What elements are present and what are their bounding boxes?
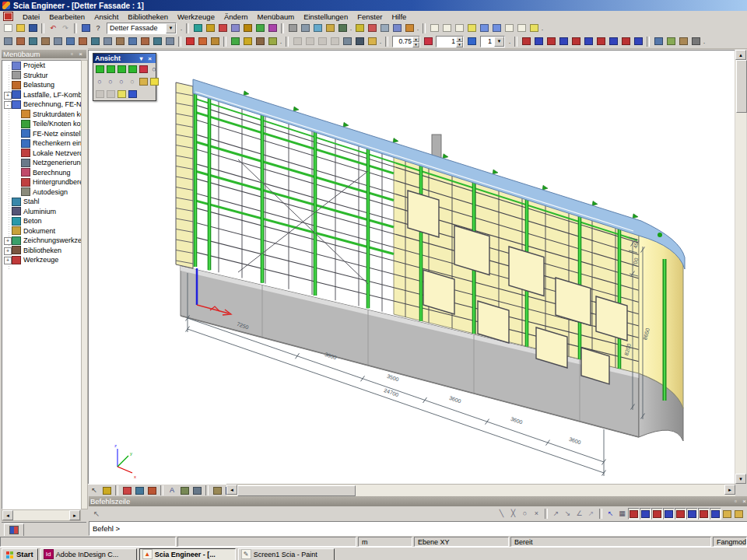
check-nodes-icon[interactable]	[520, 36, 532, 47]
plate-icon[interactable]	[39, 36, 51, 47]
document-check-icon[interactable]	[353, 23, 366, 34]
expand-icon[interactable]: +	[4, 237, 12, 245]
close-icon[interactable]: ×	[146, 54, 154, 62]
gallery-icon[interactable]	[324, 23, 336, 34]
scale-spinner[interactable]: 0.75 ▲▼	[392, 36, 420, 47]
tree-item-fe-netz-einstellen[interactable]: FE-Netz einstellen	[19, 129, 86, 139]
angle-ne-icon[interactable]: ↗	[550, 508, 562, 520]
tree-item-hintergrundberechnung[interactable]: Hintergrundberechnung	[19, 177, 86, 187]
zoom-out-icon[interactable]: ○	[94, 76, 105, 87]
folder-icon[interactable]	[366, 36, 378, 47]
subregion-icon[interactable]	[101, 36, 114, 47]
tree-horizontal-scrollbar[interactable]: ◄ ►	[2, 509, 81, 521]
viewport-canvas[interactable]: 7250 3600 3500 3600 3600 3600 24700 450 …	[88, 50, 735, 485]
layout-7-icon[interactable]	[503, 23, 515, 34]
chevron-down-icon[interactable]: ▼	[166, 23, 176, 33]
units-combo[interactable]: 1 ▼	[480, 36, 505, 47]
pin-icon[interactable]: ▫	[68, 51, 76, 58]
disconnect-members-icon[interactable]	[632, 36, 644, 47]
view-z-icon[interactable]	[116, 64, 127, 75]
open-icon[interactable]	[14, 23, 26, 34]
results-display-icon[interactable]	[133, 485, 146, 496]
taskbar-task-scia[interactable]: ▲Scia Engineer - [...	[139, 548, 236, 560]
folder-open-icon[interactable]	[721, 508, 733, 520]
collapse-icon[interactable]: -	[4, 101, 12, 109]
toolbar-overflow[interactable]: .	[279, 37, 283, 45]
project-data-icon[interactable]	[191, 23, 204, 34]
layout-5-icon[interactable]	[478, 23, 490, 34]
tree-item-lastfälle-lf-kombinationen[interactable]: +Lastfälle, LF-Kombinationen	[10, 90, 86, 100]
dimension-display-icon[interactable]	[211, 485, 223, 496]
ansicht-palette-header[interactable]: Ansicht ▾ ×	[93, 54, 156, 63]
menubaum-tab[interactable]	[4, 523, 24, 537]
scale-display-icon[interactable]	[422, 36, 434, 47]
chevron-down-icon[interactable]: ▼	[494, 37, 504, 47]
redo-icon[interactable]: ↷	[59, 23, 72, 34]
expand-icon[interactable]: +	[4, 247, 12, 255]
snap-intersection-icon[interactable]	[651, 508, 663, 520]
view-y-icon[interactable]	[105, 64, 116, 75]
snap-endpoint-icon[interactable]	[628, 508, 640, 520]
light-icon[interactable]	[149, 76, 160, 87]
tree-item-beton[interactable]: Beton	[10, 216, 86, 226]
layout-6-icon[interactable]	[490, 23, 503, 34]
eraser-icon[interactable]	[341, 36, 353, 47]
toolbar-overflow[interactable]: .	[702, 37, 707, 45]
project-combo[interactable]: Detter Fassade ▼	[107, 23, 177, 34]
undo-icon[interactable]: ↶	[47, 23, 59, 34]
layout-1-icon[interactable]	[428, 23, 440, 34]
command-input[interactable]: Befehl >	[89, 521, 747, 536]
tree-item-bibliotheken[interactable]: +Bibliotheken	[10, 246, 86, 256]
snap-delete-icon[interactable]: ×	[531, 508, 542, 520]
tree-item-rechenkern-einstellen[interactable]: Rechenkern einstellen	[19, 138, 86, 149]
clip-box-icon[interactable]	[116, 89, 127, 100]
snap-circle-icon[interactable]: ○	[519, 508, 531, 520]
render-mode-icon[interactable]	[178, 485, 191, 496]
snap-node-icon[interactable]	[686, 508, 698, 520]
connect-members-icon[interactable]	[619, 36, 632, 47]
menu-item-ansicht[interactable]: Ansicht	[89, 12, 123, 22]
hinge-icon[interactable]	[76, 36, 89, 47]
toolbar-overflow[interactable]: .	[179, 24, 184, 32]
tree-item-struktur[interactable]: Struktur	[10, 71, 86, 81]
internal-node-icon[interactable]	[126, 36, 139, 47]
tree-item-aluminium[interactable]: Aluminium	[10, 207, 86, 217]
check-supports-icon[interactable]	[570, 36, 582, 47]
toolbar-overflow[interactable]: .	[416, 24, 420, 32]
dock-3-icon[interactable]	[316, 36, 328, 47]
axis-icon[interactable]	[138, 64, 149, 75]
menu-item-hilfe[interactable]: Hilfe	[387, 12, 411, 22]
menu-item-fenster[interactable]: Fenster	[352, 12, 387, 22]
export-icon[interactable]	[336, 23, 349, 34]
dock-4-icon[interactable]	[328, 36, 341, 47]
tree-item-berechnung-fe-netz[interactable]: -Berechnung, FE-Netz	[10, 100, 86, 110]
layout-9-icon[interactable]	[528, 23, 540, 34]
options-icon[interactable]	[689, 36, 702, 47]
print-preview-icon[interactable]	[299, 23, 311, 34]
snap-tangent-icon[interactable]	[675, 508, 686, 520]
info-icon[interactable]	[403, 23, 416, 34]
tree-item-belastung[interactable]: Belastung	[10, 80, 86, 90]
chart-icon[interactable]	[378, 23, 391, 34]
snap-cross-icon[interactable]: ╳	[507, 508, 519, 520]
help-icon[interactable]: ?	[92, 23, 104, 34]
tree-item-dokument[interactable]: Dokument	[10, 226, 86, 236]
pointer-icon[interactable]: ↖	[88, 485, 100, 496]
menu-item-datei[interactable]: Datei	[18, 12, 44, 22]
load-panel-icon[interactable]	[51, 36, 64, 47]
layout-2-icon[interactable]	[440, 23, 453, 34]
zoom-all-icon[interactable]: ○	[127, 76, 138, 87]
check-profiles-icon[interactable]	[545, 36, 557, 47]
new-icon[interactable]	[2, 23, 14, 34]
save-icon[interactable]	[26, 23, 39, 34]
arbitrary-beam-icon[interactable]	[151, 36, 163, 47]
haunch-icon[interactable]	[163, 36, 176, 47]
attributes-icon[interactable]	[266, 23, 279, 34]
menu-item--ndern[interactable]: Ändern	[219, 12, 253, 22]
check-members-icon[interactable]	[532, 36, 545, 47]
move-node-icon[interactable]	[229, 36, 241, 47]
toolbar-overflow[interactable]: .	[378, 37, 383, 45]
table-edit-icon[interactable]	[241, 36, 254, 47]
tree-item-lokale-netzverdichtung[interactable]: Lokale Netzverdichtung	[19, 149, 86, 159]
status-cell-fangmodi[interactable]: Fangmodi	[713, 537, 747, 547]
